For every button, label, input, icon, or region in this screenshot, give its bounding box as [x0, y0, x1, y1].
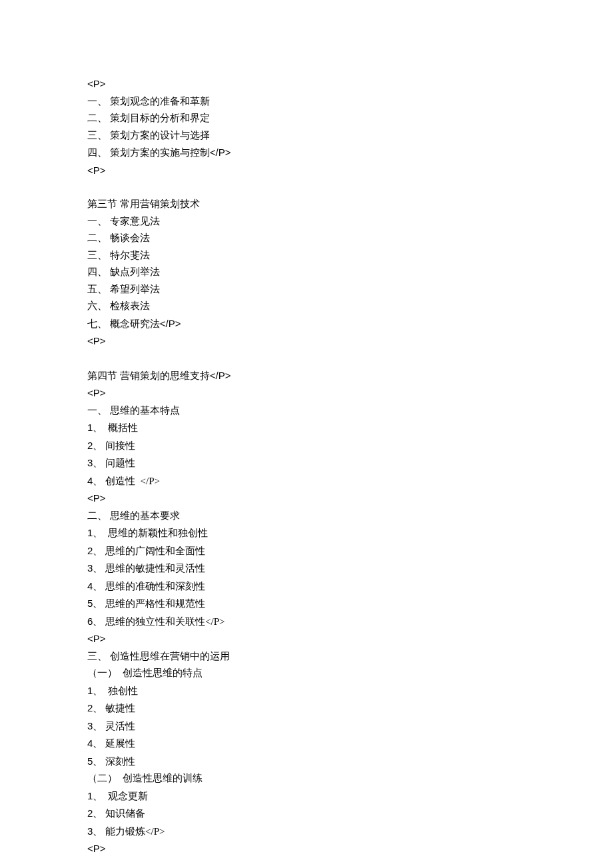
text-line: 二、 畅谈会法: [87, 230, 613, 247]
text-line: 三、 特尔斐法: [87, 247, 613, 264]
tag-literal: <P>: [87, 633, 106, 644]
list-text: 、 能力锻炼</P>: [93, 826, 165, 837]
text-line: 1、 概括性: [87, 419, 613, 437]
list-text: 、 观念更新: [93, 791, 148, 801]
text-line: <P>: [87, 840, 613, 858]
text-line: 七、 概念研究法</P>: [87, 315, 613, 333]
text-line: 四、 策划方案的实施与控制</P>: [87, 144, 613, 162]
text-line: 4、 创造性 </P>: [87, 472, 613, 490]
text-line: <P>: [87, 490, 613, 508]
text-line: 一、 专家意见法: [87, 213, 613, 230]
text-line: （一） 创造性思维的特点: [87, 665, 613, 682]
list-text: 、 概括性: [93, 422, 138, 433]
list-text: 、 创造性 </P>: [93, 476, 160, 486]
text-line: <P>: [87, 384, 613, 402]
text-line: 四、 缺点列举法: [87, 264, 613, 281]
tag-literal: <P>: [87, 387, 106, 398]
text-line: [87, 179, 613, 196]
text-line: 第四节 营销策划的思维支持</P>: [87, 367, 613, 385]
text-line: 1、 独创性: [87, 682, 613, 700]
text-line: 4、 延展性: [87, 735, 613, 753]
text-line: 4、 思维的准确性和深刻性: [87, 578, 613, 596]
list-text: 、 独创性: [93, 685, 138, 696]
text-line: 3、 能力锻炼</P>: [87, 823, 613, 841]
text-line: 2、 思维的广阔性和全面性: [87, 542, 613, 560]
text-run: 第四节 营销策划的思维支持: [87, 370, 210, 381]
text-line: 一、 思维的基本特点: [87, 402, 613, 420]
text-line: [87, 350, 613, 367]
list-text: 、 知识储备: [93, 808, 145, 819]
list-text: 、 思维的严格性和规范性: [93, 598, 205, 609]
tag-literal: <P>: [87, 843, 106, 854]
text-line: 六、 检核表法: [87, 298, 613, 315]
tag-literal: <P>: [87, 492, 106, 504]
text-line: 二、 策划目标的分析和界定: [87, 110, 613, 127]
list-text: 、 思维的敏捷性和灵活性: [93, 563, 205, 574]
text-line: 3、 灵活性: [87, 717, 613, 735]
text-line: 5、 深刻性: [87, 753, 613, 771]
text-line: 第三节 常用营销策划技术: [87, 196, 613, 213]
tag-literal: <P>: [87, 335, 106, 346]
list-text: 、 思维的广阔性和全面性: [93, 546, 205, 556]
text-line: 5、 思维的严格性和规范性: [87, 595, 613, 613]
list-text: 、 敏捷性: [93, 703, 135, 713]
text-line: <P>: [87, 332, 613, 350]
list-text: 、 问题性: [93, 458, 135, 468]
text-line: 2、 知识储备: [87, 805, 613, 823]
content-block: <P>一、 策划观念的准备和革新二、 策划目标的分析和界定三、 策划方案的设计与…: [87, 75, 613, 858]
list-text: 、 深刻性: [93, 756, 135, 767]
tag-literal: </P>: [160, 318, 181, 329]
text-line: 三、 策划方案的设计与选择: [87, 127, 613, 145]
tag-literal: <P>: [87, 165, 106, 176]
text-line: <P>: [87, 162, 613, 180]
text-line: 1、 观念更新: [87, 787, 613, 805]
text-line: <P>: [87, 75, 613, 93]
tag-literal: <P>: [87, 78, 106, 89]
text-line: 2、 敏捷性: [87, 699, 613, 717]
text-run: 七、 概念研究法: [87, 318, 160, 329]
text-line: （二） 创造性思维的训练: [87, 770, 613, 787]
document-page: <P>一、 策划观念的准备和革新二、 策划目标的分析和界定三、 策划方案的设计与…: [0, 0, 613, 868]
text-line: 3、 问题性: [87, 454, 613, 472]
list-text: 、 灵活性: [93, 721, 135, 731]
text-line: 二、 思维的基本要求: [87, 508, 613, 525]
tag-literal: </P>: [210, 370, 231, 381]
list-text: 、 间接性: [93, 440, 135, 451]
text-line: <P>: [87, 630, 613, 648]
text-run: 四、 策划方案的实施与控制: [87, 147, 210, 158]
list-text: 、 思维的新颖性和独创性: [93, 528, 208, 538]
list-text: 、 思维的准确性和深刻性: [93, 581, 205, 592]
text-line: 2、 间接性: [87, 437, 613, 455]
text-line: 3、 思维的敏捷性和灵活性: [87, 560, 613, 578]
text-line: 6、 思维的独立性和关联性</P>: [87, 613, 613, 631]
tag-literal: </P>: [210, 147, 231, 158]
text-line: 1、 思维的新颖性和独创性: [87, 524, 613, 542]
text-line: 三、 创造性思维在营销中的运用: [87, 648, 613, 665]
text-line: 一、 策划观念的准备和革新: [87, 93, 613, 111]
list-text: 、 延展性: [93, 738, 135, 749]
text-line: 五、 希望列举法: [87, 281, 613, 298]
list-text: 、 思维的独立性和关联性</P>: [93, 616, 225, 627]
